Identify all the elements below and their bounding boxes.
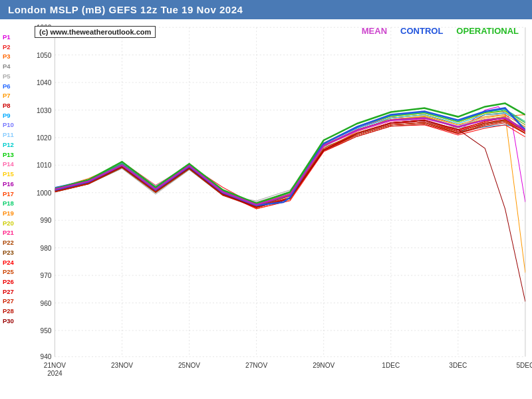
line-p30 bbox=[55, 120, 525, 302]
svg-text:3DEC: 3DEC bbox=[449, 362, 467, 369]
legend-p27b: P27 bbox=[3, 297, 28, 307]
chart-svg: 1060 1050 1040 1030 1020 1010 1000 990 bbox=[28, 19, 532, 392]
svg-text:1030: 1030 bbox=[37, 107, 52, 114]
chart-body: (c) www.theweatheroutlook.com MEAN CONTR… bbox=[28, 19, 532, 392]
legend-p12: P12 bbox=[3, 140, 28, 150]
legend-p27a: P27 bbox=[3, 287, 28, 297]
svg-text:970: 970 bbox=[41, 272, 52, 279]
line-operational bbox=[55, 103, 525, 203]
svg-text:21NOV: 21NOV bbox=[44, 362, 66, 369]
member-legend: P1 P2 P3 P4 P5 P6 P7 P8 P9 P10 P11 P12 P… bbox=[0, 19, 28, 392]
legend-p3: P3 bbox=[3, 52, 28, 62]
legend-p18: P18 bbox=[3, 199, 28, 209]
legend-top: MEAN CONTROL OPERATIONAL bbox=[362, 26, 519, 36]
legend-p20: P20 bbox=[3, 219, 28, 229]
watermark: (c) www.theweatheroutlook.com bbox=[35, 26, 156, 38]
legend-p14: P14 bbox=[3, 160, 28, 170]
legend-p6: P6 bbox=[3, 82, 28, 92]
legend-p28: P28 bbox=[3, 307, 28, 317]
svg-text:960: 960 bbox=[41, 300, 52, 307]
legend-p9: P9 bbox=[3, 111, 28, 121]
chart-title: London MSLP (mB) GEFS 12z Tue 19 Nov 202… bbox=[0, 0, 532, 19]
main-container: London MSLP (mB) GEFS 12z Tue 19 Nov 202… bbox=[0, 0, 532, 399]
line-p5 bbox=[55, 122, 525, 201]
x-axis: 21NOV 2024 23NOV 25NOV 27NOV 29NOV 1DEC … bbox=[44, 27, 532, 377]
svg-text:23NOV: 23NOV bbox=[111, 362, 133, 369]
chart-area: P1 P2 P3 P4 P5 P6 P7 P8 P9 P10 P11 P12 P… bbox=[0, 19, 532, 392]
svg-text:25NOV: 25NOV bbox=[178, 362, 200, 369]
legend-p17: P17 bbox=[3, 190, 28, 200]
legend-p15: P15 bbox=[3, 170, 28, 180]
mean-label: MEAN bbox=[362, 26, 387, 36]
svg-text:990: 990 bbox=[41, 217, 52, 224]
legend-p2: P2 bbox=[3, 43, 28, 53]
legend-p21: P21 bbox=[3, 228, 28, 238]
svg-text:1040: 1040 bbox=[37, 79, 52, 86]
legend-p5: P5 bbox=[3, 72, 28, 82]
legend-p4: P4 bbox=[3, 62, 28, 72]
legend-p10: P10 bbox=[3, 120, 28, 130]
svg-text:5DEC: 5DEC bbox=[516, 362, 532, 369]
y-axis: 1060 1050 1040 1030 1020 1010 1000 990 bbox=[37, 24, 525, 360]
legend-p24: P24 bbox=[3, 258, 28, 268]
svg-text:980: 980 bbox=[41, 245, 52, 252]
control-label: CONTROL bbox=[400, 26, 443, 36]
svg-text:1DEC: 1DEC bbox=[382, 362, 400, 369]
legend-p26: P26 bbox=[3, 277, 28, 287]
svg-text:27NOV: 27NOV bbox=[245, 362, 267, 369]
legend-p25: P25 bbox=[3, 267, 28, 277]
legend-p8: P8 bbox=[3, 101, 28, 111]
svg-text:29NOV: 29NOV bbox=[313, 362, 334, 369]
operational-label: OPERATIONAL bbox=[456, 26, 519, 36]
svg-text:1010: 1010 bbox=[37, 162, 52, 169]
legend-p7: P7 bbox=[3, 91, 28, 101]
svg-text:1020: 1020 bbox=[37, 134, 52, 142]
svg-text:940: 940 bbox=[41, 353, 52, 360]
legend-p19: P19 bbox=[3, 209, 28, 219]
legend-p13: P13 bbox=[3, 150, 28, 160]
legend-p16: P16 bbox=[3, 180, 28, 190]
legend-p30: P30 bbox=[3, 317, 28, 327]
svg-text:950: 950 bbox=[41, 327, 52, 334]
svg-text:2024: 2024 bbox=[47, 370, 63, 377]
legend-p22: P22 bbox=[3, 238, 28, 248]
svg-text:1050: 1050 bbox=[37, 52, 52, 59]
legend-p23: P23 bbox=[3, 248, 28, 258]
svg-text:1000: 1000 bbox=[37, 190, 52, 197]
legend-p1: P1 bbox=[3, 33, 28, 43]
legend-p11: P11 bbox=[3, 130, 28, 140]
